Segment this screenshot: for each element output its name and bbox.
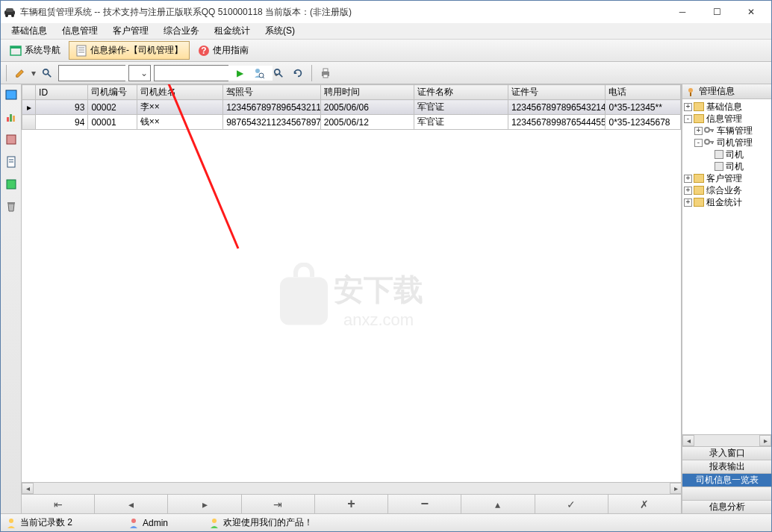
tree-expander[interactable]: -: [694, 139, 703, 147]
minimize-button[interactable]: ─: [665, 1, 700, 22]
filter-op-combo[interactable]: ⌄: [128, 65, 151, 81]
folder-icon: [694, 174, 704, 183]
filter-field-combo[interactable]: ⌄: [58, 65, 125, 81]
tree-label: 司机: [726, 160, 744, 173]
col-license[interactable]: 驾照号: [223, 85, 321, 100]
pin-icon[interactable]: [685, 87, 696, 97]
scroll-left-icon[interactable]: ◂: [22, 483, 34, 494]
nav-tree[interactable]: +基础信息-信息管理+车辆管理-司机管理司机司机+客户管理+综合业务+租金统计: [682, 99, 771, 434]
tree-expander[interactable]: -: [684, 115, 692, 123]
right-tab[interactable]: 司机信息一览表: [682, 473, 771, 486]
print-icon[interactable]: [317, 65, 334, 81]
folder-icon: [694, 114, 704, 123]
svg-point-12: [43, 69, 49, 74]
menu-system[interactable]: 系统(S): [258, 23, 302, 39]
key-icon: [704, 137, 715, 148]
tree-node[interactable]: +综合业务: [684, 184, 770, 196]
nav-delete-button[interactable]: −: [388, 495, 461, 513]
filter-value-combo[interactable]: ⌄: [154, 65, 228, 81]
tree-expander[interactable]: +: [684, 175, 692, 183]
right-tabs: 录入窗口报表输出司机信息一览表信息分析: [682, 446, 771, 513]
nav-prev-button[interactable]: ◂: [95, 495, 168, 513]
maximize-button[interactable]: ☐: [700, 1, 734, 22]
menu-info-mgmt[interactable]: 信息管理: [55, 23, 105, 39]
find-user-icon[interactable]: [251, 65, 267, 81]
col-id[interactable]: ID: [36, 85, 88, 100]
nav-last-button[interactable]: ⇥: [242, 495, 315, 513]
tree-label: 基础信息: [706, 101, 742, 113]
horizontal-scrollbar[interactable]: ◂ ▸: [22, 482, 682, 494]
tree-expander[interactable]: +: [684, 103, 692, 111]
tree-node[interactable]: 司机: [684, 160, 770, 172]
filter-op-input[interactable]: [129, 66, 138, 81]
tree-expander[interactable]: +: [684, 187, 692, 195]
nav-next-button[interactable]: ▸: [168, 495, 241, 513]
green-icon[interactable]: [4, 177, 19, 192]
scroll-right-icon[interactable]: ▸: [670, 483, 682, 494]
col-cert-no[interactable]: 证件号: [508, 85, 606, 100]
nav-edit-button[interactable]: ▴: [461, 495, 535, 513]
tree-label: 司机: [726, 148, 744, 161]
table-row[interactable]: 94 00001 钱×× 98765432112345678977 2005/0…: [22, 115, 681, 130]
chevron-down-icon[interactable]: ⌄: [138, 68, 150, 78]
tree-node[interactable]: -司机管理: [684, 137, 770, 148]
tree-node[interactable]: -信息管理: [684, 113, 770, 125]
menu-rent-stats[interactable]: 租金统计: [207, 23, 258, 39]
right-tab[interactable]: 录入窗口: [682, 446, 771, 460]
svg-point-14: [255, 69, 260, 73]
key-icon: [704, 125, 715, 137]
search-icon[interactable]: [39, 65, 55, 81]
svg-point-42: [131, 519, 136, 523]
table-row[interactable]: ▸ 93 00002 李×× 12345678978965432112 2005…: [22, 100, 681, 115]
tree-node[interactable]: +基础信息: [684, 101, 770, 113]
run-icon[interactable]: ▶: [231, 65, 248, 81]
tree-scrollbar[interactable]: ◂▸: [682, 434, 771, 446]
col-phone[interactable]: 电话: [606, 85, 681, 100]
right-tab[interactable]: [682, 486, 771, 500]
svg-rect-24: [10, 114, 12, 122]
nav-post-button[interactable]: ✓: [535, 495, 608, 513]
tree-label: 综合业务: [706, 184, 742, 197]
right-tab[interactable]: 信息分析: [682, 500, 771, 513]
window-icon: [10, 45, 22, 57]
list-icon[interactable]: [4, 132, 19, 147]
col-driver-no[interactable]: 司机编号: [88, 85, 137, 100]
menu-biz[interactable]: 综合业务: [156, 23, 207, 39]
tree-expander[interactable]: +: [694, 127, 703, 135]
tree-expander[interactable]: +: [684, 198, 692, 207]
info-operation-button[interactable]: 信息操作-【司机管理】: [69, 41, 190, 60]
col-hire-date[interactable]: 聘用时间: [320, 85, 414, 100]
tree-node[interactable]: 司机: [684, 148, 770, 160]
grid-view-icon[interactable]: [4, 87, 19, 102]
right-tab[interactable]: 报表输出: [682, 460, 771, 473]
nav-add-button[interactable]: +: [315, 495, 388, 513]
menu-customer-mgmt[interactable]: 客户管理: [105, 23, 156, 39]
grid-header-row: ID 司机编号 司机姓名 驾照号 聘用时间 证件名称 证件号 电话: [22, 85, 681, 100]
trash-icon[interactable]: [4, 199, 19, 214]
record-nav: ⇤ ◂ ▸ ⇥ + − ▴ ✓ ✗: [22, 494, 682, 513]
help-button[interactable]: ? 使用指南: [191, 41, 255, 60]
tree-node[interactable]: +租金统计: [684, 196, 770, 208]
svg-point-38: [705, 140, 709, 144]
svg-rect-30: [7, 180, 16, 189]
svg-point-2: [5, 14, 8, 17]
nav-cancel-button[interactable]: ✗: [608, 495, 682, 513]
col-cert-name[interactable]: 证件名称: [414, 85, 508, 100]
col-driver-name[interactable]: 司机姓名: [137, 85, 223, 100]
data-grid[interactable]: ID 司机编号 司机姓名 驾照号 聘用时间 证件名称 证件号 电话: [22, 84, 682, 482]
refresh-icon[interactable]: [290, 65, 306, 81]
nav-button[interactable]: 系统导航: [3, 41, 67, 60]
doc-icon[interactable]: [4, 154, 19, 169]
menu-basic-info[interactable]: 基础信息: [4, 23, 55, 39]
app-icon: [4, 6, 16, 18]
close-button[interactable]: ✕: [734, 1, 768, 22]
chart-icon[interactable]: [4, 110, 19, 125]
nav-first-button[interactable]: ⇤: [22, 495, 95, 513]
zoom-icon[interactable]: [270, 65, 287, 81]
tree-node[interactable]: +客户管理: [684, 172, 770, 184]
tree-label: 车辆管理: [717, 125, 753, 137]
tree-node[interactable]: +车辆管理: [684, 125, 770, 137]
right-panel-header: 管理信息: [682, 84, 771, 99]
edit-icon[interactable]: [12, 65, 28, 81]
dropdown-arrow-icon[interactable]: ▾: [31, 68, 36, 78]
